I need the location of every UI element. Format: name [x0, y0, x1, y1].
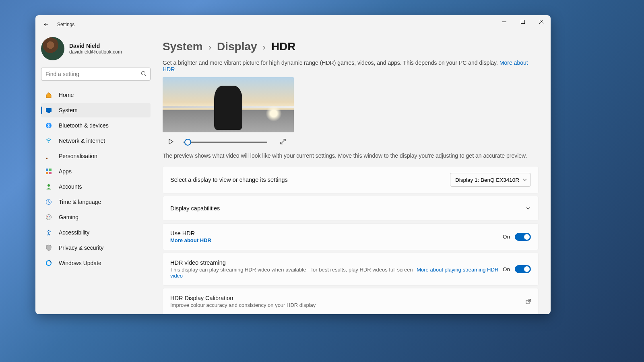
breadcrumb-system[interactable]: System	[163, 40, 203, 53]
preview-player	[168, 139, 539, 145]
svg-point-15	[46, 215, 52, 220]
preview-note: The preview shows what video will look l…	[163, 152, 539, 159]
svg-rect-11	[46, 172, 48, 174]
bluetooth-icon	[45, 122, 52, 129]
svg-point-16	[47, 216, 48, 217]
nav-label: Windows Update	[59, 260, 101, 266]
nav-label: Bluetooth & devices	[59, 122, 109, 129]
system-icon	[45, 107, 52, 114]
chevron-down-icon	[525, 206, 531, 211]
nav-item-privacy[interactable]: Privacy & security	[41, 241, 151, 255]
svg-point-19	[50, 218, 50, 218]
fullscreen-button[interactable]	[280, 139, 287, 145]
streaming-state: On	[503, 266, 510, 272]
search-input[interactable]	[41, 68, 151, 80]
svg-rect-9	[46, 169, 48, 171]
svg-point-7	[48, 142, 49, 143]
nav-label: Accounts	[59, 183, 82, 190]
nav-label: System	[59, 107, 78, 113]
gaming-icon	[45, 214, 52, 221]
svg-rect-5	[47, 112, 50, 113]
svg-point-18	[47, 218, 48, 218]
streaming-title: HDR video streaming	[170, 259, 503, 266]
minimize-button[interactable]	[495, 15, 514, 28]
brush-icon	[45, 152, 52, 160]
svg-point-17	[50, 216, 50, 217]
nav-label: Personalisation	[59, 153, 97, 159]
home-icon	[45, 91, 52, 99]
display-select-dropdown[interactable]: Display 1: BenQ EX3410R	[450, 173, 531, 187]
maximize-button[interactable]	[514, 15, 532, 28]
nav-label: Home	[59, 92, 74, 98]
nav-item-time-language[interactable]: Time & language	[41, 195, 151, 209]
svg-rect-1	[521, 20, 525, 24]
intro-text: Get a brighter and more vibrant picture …	[163, 60, 539, 72]
update-icon	[45, 259, 52, 267]
nav-label: Privacy & security	[59, 245, 103, 251]
use-hdr-state: On	[503, 234, 510, 240]
back-button[interactable]	[41, 20, 50, 29]
svg-line-3	[145, 75, 146, 76]
calibration-title: HDR Display Calibration	[170, 295, 316, 301]
account-icon	[45, 183, 52, 190]
nav-label: Time & language	[59, 199, 101, 205]
svg-rect-10	[49, 169, 52, 171]
avatar	[41, 37, 64, 60]
svg-rect-4	[46, 108, 52, 112]
user-name: David Nield	[69, 43, 122, 49]
close-button[interactable]	[532, 15, 551, 28]
nav-item-windows-update[interactable]: Windows Update	[41, 256, 151, 270]
use-hdr-card: Use HDR More about HDR On	[163, 223, 539, 250]
sidebar: David Nield davidnield@outlook.com Home …	[35, 34, 156, 314]
nav-item-apps[interactable]: Apps	[41, 164, 151, 179]
accessibility-icon	[45, 229, 52, 236]
nav-item-network[interactable]: Network & internet	[41, 134, 151, 148]
nav-label: Network & internet	[59, 138, 105, 144]
window-controls	[495, 15, 551, 28]
use-hdr-link[interactable]: More about HDR	[170, 237, 211, 243]
chevron-down-icon	[522, 177, 527, 183]
external-link-icon	[525, 299, 531, 304]
streaming-toggle[interactable]	[515, 265, 531, 273]
use-hdr-toggle[interactable]	[515, 233, 531, 241]
capabilities-title: Display capabilities	[170, 205, 220, 212]
video-scrubber[interactable]	[184, 142, 267, 143]
shield-icon	[45, 244, 52, 251]
app-title: Settings	[57, 22, 74, 27]
hdr-calibration-card[interactable]: HDR Display Calibration Improve colour a…	[163, 288, 539, 314]
chevron-right-icon: ›	[263, 42, 266, 53]
chevron-right-icon: ›	[208, 42, 211, 53]
nav-item-accounts[interactable]: Accounts	[41, 179, 151, 194]
svg-point-13	[47, 184, 50, 187]
clock-icon	[45, 198, 52, 206]
svg-rect-8	[46, 158, 47, 159]
nav-item-gaming[interactable]: Gaming	[41, 210, 151, 224]
breadcrumb: System › Display › HDR	[163, 40, 539, 53]
nav-list: Home System Bluetooth & devices Network …	[35, 88, 156, 270]
svg-rect-12	[49, 172, 52, 174]
nav-item-bluetooth[interactable]: Bluetooth & devices	[41, 118, 151, 133]
intro-body: Get a brighter and more vibrant picture …	[163, 60, 498, 66]
use-hdr-title: Use HDR	[170, 230, 211, 237]
svg-point-2	[142, 72, 145, 75]
profile-block[interactable]: David Nield davidnield@outlook.com	[35, 34, 156, 68]
display-capabilities-card[interactable]: Display capabilities	[163, 196, 539, 221]
nav-item-personalisation[interactable]: Personalisation	[41, 149, 151, 163]
search-icon	[141, 71, 147, 78]
hdr-streaming-card: HDR video streaming This display can pla…	[163, 253, 539, 286]
nav-item-home[interactable]: Home	[41, 88, 151, 102]
nav-label: Gaming	[59, 214, 78, 220]
streaming-sub: This display can play streaming HDR vide…	[170, 267, 503, 279]
calibration-sub: Improve colour accuracy and consistency …	[170, 302, 316, 308]
display-select-label: Select a display to view or change its s…	[170, 177, 288, 183]
nav-item-accessibility[interactable]: Accessibility	[41, 225, 151, 240]
scrubber-thumb[interactable]	[184, 139, 191, 146]
breadcrumb-display[interactable]: Display	[217, 40, 257, 53]
play-button[interactable]	[168, 139, 175, 145]
titlebar: Settings	[35, 15, 551, 34]
hdr-preview-image	[163, 77, 294, 132]
svg-point-20	[48, 230, 50, 231]
display-select-card: Select a display to view or change its s…	[163, 166, 539, 193]
user-email: davidnield@outlook.com	[69, 49, 122, 55]
nav-item-system[interactable]: System	[41, 103, 151, 117]
